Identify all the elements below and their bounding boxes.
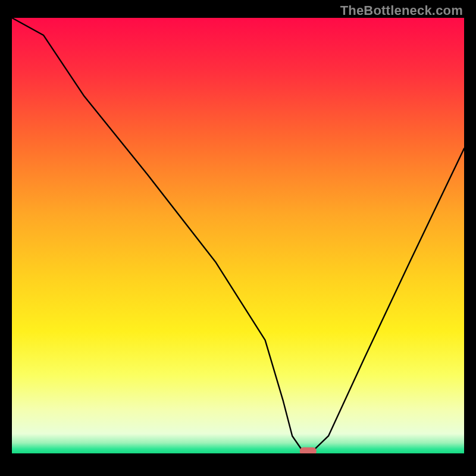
chart-background xyxy=(12,18,464,453)
watermark-text: TheBottleneck.com xyxy=(340,3,463,18)
bottleneck-chart xyxy=(12,18,464,453)
chart-frame xyxy=(12,18,464,453)
optimal-marker xyxy=(300,447,317,453)
